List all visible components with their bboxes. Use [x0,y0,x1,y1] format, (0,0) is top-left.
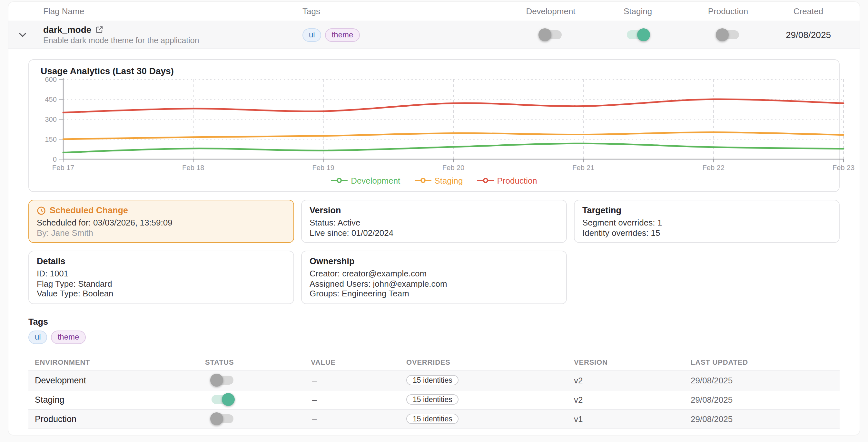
env-status-cell [203,395,308,404]
ownership-assigned-users: Assigned Users: john@example.com [310,279,558,288]
env-value: – [308,375,404,385]
production-toggle[interactable] [717,30,739,39]
legend-item-development[interactable]: Development [331,176,400,185]
env-status-toggle[interactable] [212,395,234,404]
env-column-value: VALUE [308,358,404,366]
svg-text:Feb 23: Feb 23 [833,164,855,172]
scheduled-by: By: Jane Smith [37,228,286,238]
ownership-card-title: Ownership [310,256,558,267]
legend-marker-icon [414,177,431,183]
detail-id: ID: 1001 [37,269,286,279]
legend-label: Staging [434,176,463,185]
ownership-creator: Creator: creator@example.com [310,269,558,279]
env-name: Development [28,375,203,385]
env-version: v1 [571,414,688,423]
env-column-status: STATUS [203,358,308,366]
svg-text:Feb 21: Feb 21 [572,164,595,172]
env-row-production: Production–15 identitiesv129/08/2025 [28,409,840,429]
detail-flag-type: Flag Type: Standard [37,279,286,288]
flag-description: Enable dark mode theme for the applicati… [43,36,303,45]
env-version: v2 [571,395,688,404]
scheduled-change-title-text: Scheduled Change [50,205,128,216]
collapse-chevron-icon[interactable] [8,32,37,37]
environments-table: ENVIRONMENT STATUS VALUE OVERRIDES VERSI… [28,354,840,429]
legend-marker-icon [477,177,494,183]
page: Flag Name Tags Development Staging Produ… [0,2,868,442]
usage-analytics-chart: 0150300450600Feb 17Feb 18Feb 19Feb 20Feb… [29,77,856,173]
env-name: Production [28,414,203,423]
toggle-knob [222,393,235,406]
ownership-card: Ownership Creator: creator@example.com A… [301,251,567,304]
environments-table-body: Development–15 identitiesv229/08/2025Sta… [28,371,840,429]
svg-text:Feb 18: Feb 18 [182,164,205,172]
env-name: Staging [28,395,203,404]
detail-value-type: Value Type: Boolean [37,288,286,299]
version-card: Version Status: Active Live since: 01/02… [301,200,567,243]
tags-section: Tags uitheme [28,317,840,344]
tag-ui[interactable]: ui [28,330,48,344]
tags-list: uitheme [28,330,840,344]
staging-toggle[interactable] [627,30,649,39]
column-production: Production [683,6,773,16]
env-status-cell [203,376,308,385]
column-development: Development [509,6,593,16]
tag-ui[interactable]: ui [303,28,321,41]
tag-theme[interactable]: theme [326,28,360,41]
usage-analytics-card: Usage Analytics (Last 30 Days) 015030045… [28,59,840,192]
tag-theme[interactable]: theme [51,330,86,344]
flag-name-text: dark_mode [43,25,91,35]
legend-label: Production [497,176,537,185]
env-status-toggle[interactable] [212,414,234,423]
env-last-updated: 29/08/2025 [688,395,840,404]
env-row-development: Development–15 identitiesv229/08/2025 [28,371,840,390]
column-flag-name: Flag Name [37,6,303,16]
targeting-card-title: Targeting [582,205,831,216]
external-link-icon[interactable] [95,26,103,34]
details-card-title: Details [37,256,286,267]
legend-marker-icon [331,177,348,183]
env-column-overrides: OVERRIDES [404,358,571,366]
version-status: Status: Active [310,218,558,228]
identities-badge[interactable]: 15 identities [406,375,459,385]
env-row-staging: Staging–15 identitiesv229/08/2025 [28,390,840,409]
svg-text:Feb 17: Feb 17 [52,164,74,172]
svg-text:Feb 19: Feb 19 [312,164,334,172]
identities-badge[interactable]: 15 identities [406,394,459,405]
column-created: Created [773,6,860,16]
version-card-title: Version [310,205,558,216]
svg-text:600: 600 [45,77,57,83]
flag-created-date: 29/08/2025 [773,30,860,40]
development-toggle[interactable] [540,30,562,39]
scheduled-for: Scheduled for: 03/03/2026, 13:59:09 [37,218,286,228]
svg-text:450: 450 [45,95,57,103]
column-tags: Tags [303,6,509,16]
svg-text:Feb 20: Feb 20 [442,164,465,172]
env-column-environment: ENVIRONMENT [28,358,203,366]
toggle-knob [637,28,650,41]
toggle-knob [716,28,729,41]
details-card: Details ID: 1001 Flag Type: Standard Val… [28,251,294,304]
svg-text:300: 300 [45,115,57,124]
flag-row-tags: uitheme [303,28,509,41]
toggle-knob [210,412,223,425]
scheduled-change-title: Scheduled Change [37,205,286,216]
env-version: v2 [571,375,688,385]
chart-legend: DevelopmentStagingProduction [29,175,839,186]
targeting-card: Targeting Segment overrides: 1 Identity … [574,200,840,243]
column-staging: Staging [593,6,683,16]
svg-text:Feb 22: Feb 22 [702,164,724,172]
env-overrides-cell: 15 identities [404,414,571,424]
legend-label: Development [351,176,400,185]
env-status-toggle[interactable] [212,376,234,385]
legend-item-production[interactable]: Production [477,176,537,185]
env-value: – [308,414,404,423]
toggle-knob [210,374,223,386]
flag-detail-panel: Flag Name Tags Development Staging Produ… [8,2,860,435]
version-live-since: Live since: 01/02/2024 [310,228,558,238]
clock-icon [37,206,46,215]
identities-badge[interactable]: 15 identities [406,414,459,424]
env-column-version: VERSION [571,358,688,366]
flag-name: dark_mode [43,25,303,35]
env-overrides-cell: 15 identities [404,375,571,385]
legend-item-staging[interactable]: Staging [414,176,463,185]
